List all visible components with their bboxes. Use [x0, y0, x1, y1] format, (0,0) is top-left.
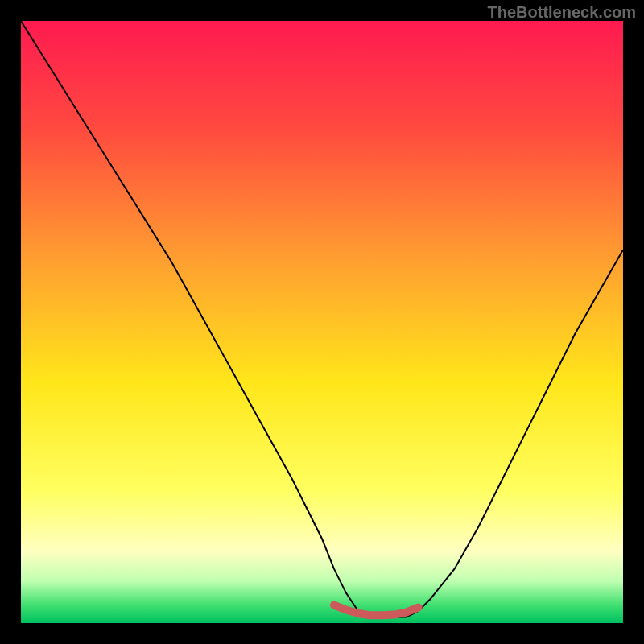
watermark-text: TheBottleneck.com [488, 3, 636, 22]
chart-svg [21, 21, 623, 623]
plot-area [21, 21, 623, 623]
gradient-background [21, 21, 623, 623]
chart-container: TheBottleneck.com [0, 0, 644, 644]
